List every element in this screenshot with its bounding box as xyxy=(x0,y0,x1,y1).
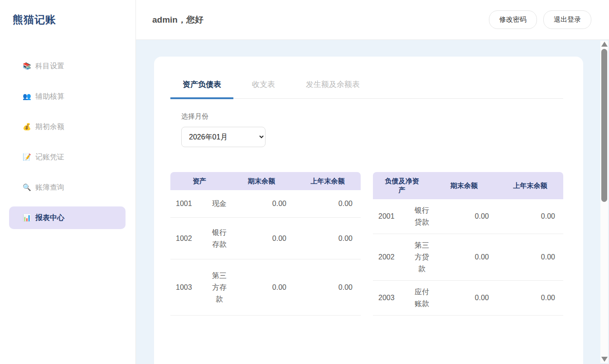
change-password-button[interactable]: 修改密码 xyxy=(489,10,537,29)
main-area: admin，您好 修改密码 退出登录 资产负债表 收支表 发生额及余额表 选择月… xyxy=(136,0,609,364)
sidebar-item-label: 账簿查询 xyxy=(35,183,64,192)
sidebar-item-vouchers[interactable]: 📝 记账凭证 xyxy=(9,146,126,168)
liabilities-header: 负债及净资产 xyxy=(373,172,431,199)
prior-balance-value: 0.00 xyxy=(295,218,361,259)
account-name: 第三方贷款 xyxy=(413,234,431,281)
table-row: 2001 银行贷款 0.00 0.00 xyxy=(373,199,563,234)
prior-balance-value: 0.00 xyxy=(497,281,563,316)
month-select[interactable]: 2026年01月 xyxy=(181,127,266,147)
content-area: 资产负债表 收支表 发生额及余额表 选择月份 2026年01月 xyxy=(136,40,609,364)
balance-sheet-tables: 资产 期末余额 上年末余额 1001 现金 0.00 0.00 xyxy=(170,172,563,316)
sidebar-item-opening-balance[interactable]: 💰 期初余额 xyxy=(9,115,126,138)
sidebar-menu: 📚 科目设置 👥 辅助核算 💰 期初余额 📝 记账凭证 🔍 账簿查询 📊 xyxy=(0,55,135,229)
table-row: 1003 第三方存款 0.00 0.00 xyxy=(170,259,361,316)
account-name: 第三方存款 xyxy=(210,259,228,316)
account-code: 1001 xyxy=(170,190,210,218)
prior-balance-value: 0.00 xyxy=(295,190,361,218)
memo-icon: 📝 xyxy=(23,153,35,161)
ending-balance-header: 期末余额 xyxy=(431,172,497,199)
account-code: 2003 xyxy=(373,281,413,316)
sidebar-item-label: 记账凭证 xyxy=(35,153,64,162)
assets-header: 资产 xyxy=(170,172,228,190)
prior-year-balance-header: 上年末余额 xyxy=(295,172,361,190)
sidebar-item-report-center[interactable]: 📊 报表中心 xyxy=(9,206,126,229)
assets-table: 资产 期末余额 上年末余额 1001 现金 0.00 0.00 xyxy=(170,172,361,316)
sidebar-item-label: 报表中心 xyxy=(35,213,64,223)
month-filter-label: 选择月份 xyxy=(181,112,563,121)
ending-balance-value: 0.00 xyxy=(228,259,295,316)
money-bag-icon: 💰 xyxy=(23,123,35,131)
app-title: 熊猫记账 xyxy=(0,0,135,27)
liabilities-table: 负债及净资产 期末余额 上年末余额 2001 银行贷款 0.00 0.00 xyxy=(373,172,563,316)
prior-balance-value: 0.00 xyxy=(497,234,563,281)
account-name: 现金 xyxy=(210,190,228,218)
account-code: 1003 xyxy=(170,259,210,316)
table-row: 1001 现金 0.00 0.00 xyxy=(170,190,361,218)
scroll-down-arrow-icon[interactable] xyxy=(601,357,608,362)
ending-balance-value: 0.00 xyxy=(431,234,497,281)
ending-balance-value: 0.00 xyxy=(431,199,497,234)
account-code: 2001 xyxy=(373,199,413,234)
vertical-scrollbar[interactable] xyxy=(600,41,608,363)
assets-header-row: 资产 期末余额 上年末余额 xyxy=(170,172,361,190)
topbar: admin，您好 修改密码 退出登录 xyxy=(136,0,609,40)
sidebar-item-auxiliary-accounting[interactable]: 👥 辅助核算 xyxy=(9,85,126,108)
search-icon: 🔍 xyxy=(23,183,35,192)
ending-balance-value: 0.00 xyxy=(228,218,295,259)
sidebar-item-label: 科目设置 xyxy=(35,62,64,71)
report-card: 资产负债表 收支表 发生额及余额表 选择月份 2026年01月 xyxy=(154,57,583,364)
ending-balance-header: 期末余额 xyxy=(228,172,295,190)
topbar-actions: 修改密码 退出登录 xyxy=(489,10,591,29)
report-tabs: 资产负债表 收支表 发生额及余额表 xyxy=(170,79,563,99)
table-row: 2003 应付账款 0.00 0.00 xyxy=(373,281,563,316)
tab-amounts-balances[interactable]: 发生额及余额表 xyxy=(294,79,372,99)
account-name: 银行存款 xyxy=(210,218,228,259)
scroll-up-arrow-icon[interactable] xyxy=(601,42,608,47)
table-row: 1002 银行存款 0.00 0.00 xyxy=(170,218,361,259)
sidebar-item-label: 辅助核算 xyxy=(35,92,64,101)
account-code: 1002 xyxy=(170,218,210,259)
scrollbar-thumb[interactable] xyxy=(601,49,607,202)
account-name: 银行贷款 xyxy=(413,199,431,234)
sidebar: 熊猫记账 📚 科目设置 👥 辅助核算 💰 期初余额 📝 记账凭证 🔍 账簿查询 xyxy=(0,0,136,364)
ending-balance-value: 0.00 xyxy=(228,190,295,218)
books-icon: 📚 xyxy=(23,62,35,70)
sidebar-item-subject-settings[interactable]: 📚 科目设置 xyxy=(9,55,126,77)
people-icon: 👥 xyxy=(23,92,35,101)
bar-chart-icon: 📊 xyxy=(23,214,35,222)
prior-year-balance-header: 上年末余额 xyxy=(497,172,563,199)
liabilities-header-row: 负债及净资产 期末余额 上年末余额 xyxy=(373,172,563,199)
prior-balance-value: 0.00 xyxy=(497,199,563,234)
user-greeting: admin，您好 xyxy=(152,14,203,26)
month-filter: 选择月份 2026年01月 xyxy=(181,112,563,147)
sidebar-item-ledger-query[interactable]: 🔍 账簿查询 xyxy=(9,176,126,199)
sidebar-item-label: 期初余额 xyxy=(35,122,64,132)
tab-income-expense[interactable]: 收支表 xyxy=(240,79,287,99)
tab-balance-sheet[interactable]: 资产负债表 xyxy=(170,79,233,99)
table-row: 2002 第三方贷款 0.00 0.00 xyxy=(373,234,563,281)
app-window: 熊猫记账 📚 科目设置 👥 辅助核算 💰 期初余额 📝 记账凭证 🔍 账簿查询 xyxy=(0,0,609,364)
account-name: 应付账款 xyxy=(413,281,431,316)
account-code: 2002 xyxy=(373,234,413,281)
ending-balance-value: 0.00 xyxy=(431,281,497,316)
prior-balance-value: 0.00 xyxy=(295,259,361,316)
logout-button[interactable]: 退出登录 xyxy=(543,10,591,29)
